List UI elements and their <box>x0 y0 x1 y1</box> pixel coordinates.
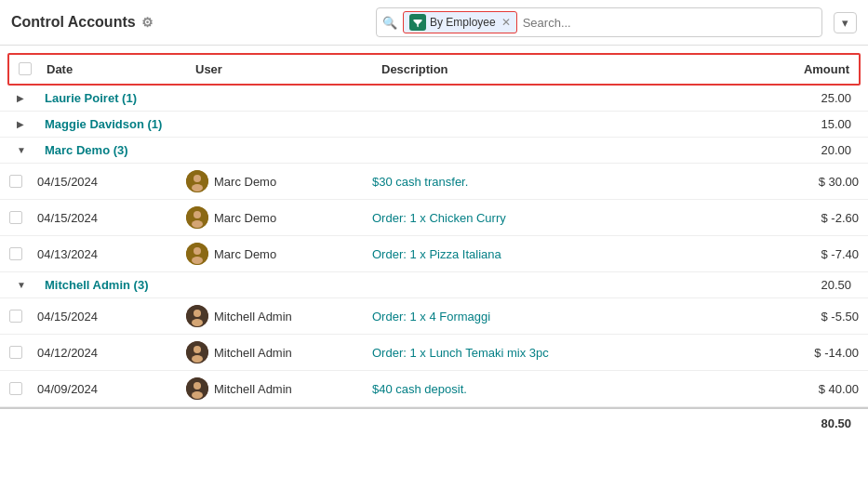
row-checkbox[interactable] <box>9 310 22 323</box>
table-row: 04/09/2024 Mitchell Admin $40 cash depos… <box>0 371 868 407</box>
group-toggle[interactable]: ▶ <box>17 93 45 103</box>
col-header-description: Description <box>372 55 747 84</box>
row-checkbox[interactable] <box>9 382 22 395</box>
svg-point-17 <box>192 391 203 399</box>
row-user: Marc Demo <box>177 200 363 235</box>
app-header: Control Accounts ⚙ 🔍 By Employee ✕ ▾ <box>0 0 868 46</box>
table-row: 04/15/2024 Marc Demo $30 cash transfer. … <box>0 164 868 200</box>
svg-point-13 <box>194 346 201 353</box>
search-dropdown-button[interactable]: ▾ <box>834 12 857 33</box>
row-date: 04/13/2024 <box>28 241 177 268</box>
chevron-icon: ▶ <box>17 93 24 103</box>
avatar <box>186 206 208 229</box>
row-checkbox-cell <box>0 241 28 267</box>
search-icon: 🔍 <box>382 16 397 30</box>
row-amount: $ -2.60 <box>756 205 868 231</box>
chevron-icon: ▼ <box>17 145 26 155</box>
avatar <box>186 377 208 400</box>
user-name: Mitchell Admin <box>214 382 292 396</box>
row-date: 04/15/2024 <box>28 168 177 195</box>
avatar <box>186 341 208 363</box>
row-amount: $ -14.00 <box>756 339 868 366</box>
row-description: Order: 1 x Pizza Italiana <box>363 241 756 268</box>
group-amount: 20.50 <box>740 278 851 292</box>
user-name: Mitchell Admin <box>214 346 292 360</box>
svg-point-5 <box>192 220 203 228</box>
group-row: ▶ Maggie Davidson (1) 15.00 <box>0 112 868 138</box>
search-input[interactable] <box>523 16 816 30</box>
table-row: 04/15/2024 Mitchell Admin Order: 1 x 4 F… <box>0 298 868 335</box>
row-user: Mitchell Admin <box>177 335 363 370</box>
svg-point-8 <box>192 257 203 264</box>
user-name: Marc Demo <box>214 175 276 189</box>
filter-tag-icon <box>409 14 426 31</box>
row-user: Mitchell Admin <box>177 298 363 334</box>
table-row: 04/12/2024 Mitchell Admin Order: 1 x Lun… <box>0 335 868 371</box>
svg-point-4 <box>194 211 201 218</box>
group-amount: 15.00 <box>740 117 851 131</box>
group-amount: 25.00 <box>740 91 851 105</box>
gear-icon[interactable]: ⚙ <box>141 15 154 30</box>
header-checkbox-cell <box>9 55 37 84</box>
row-checkbox[interactable] <box>9 175 22 188</box>
group-label[interactable]: Mitchell Admin (3) <box>45 278 740 292</box>
row-date: 04/15/2024 <box>28 303 177 330</box>
avatar <box>186 243 208 265</box>
row-amount: $ -7.40 <box>756 241 868 268</box>
row-checkbox[interactable] <box>9 211 22 224</box>
total-row: 80.50 <box>0 407 868 438</box>
group-row: ▶ Laurie Poiret (1) 25.00 <box>0 86 868 112</box>
filter-tag-label: By Employee <box>430 16 496 29</box>
avatar <box>186 305 208 327</box>
row-description: Order: 1 x Chicken Curry <box>363 205 756 231</box>
col-header-user: User <box>186 55 372 84</box>
table-header: Date User Description Amount <box>7 53 861 86</box>
row-checkbox[interactable] <box>9 247 22 260</box>
svg-point-11 <box>192 319 203 326</box>
group-label[interactable]: Marc Demo (3) <box>45 143 740 157</box>
group-toggle[interactable]: ▼ <box>17 280 45 290</box>
row-user: Marc Demo <box>177 164 363 199</box>
filter-tag-close-icon[interactable]: ✕ <box>501 16 511 29</box>
row-user: Marc Demo <box>177 236 363 271</box>
row-date: 04/09/2024 <box>28 376 177 403</box>
row-amount: $ -5.50 <box>756 303 868 330</box>
chevron-icon: ▶ <box>17 119 24 129</box>
group-toggle[interactable]: ▼ <box>17 145 45 155</box>
group-label[interactable]: Maggie Davidson (1) <box>45 117 740 131</box>
row-description: $40 cash deposit. <box>363 376 756 403</box>
row-checkbox-cell <box>0 168 28 194</box>
group-toggle[interactable]: ▶ <box>17 119 45 129</box>
page-title: Control Accounts ⚙ <box>11 14 154 31</box>
user-name: Mitchell Admin <box>214 310 292 324</box>
row-amount: $ 40.00 <box>756 376 868 403</box>
total-amount: 80.50 <box>821 416 851 430</box>
title-text: Control Accounts <box>11 14 136 31</box>
svg-point-10 <box>194 310 201 317</box>
avatar <box>186 170 208 192</box>
row-amount: $ 30.00 <box>756 168 868 195</box>
table-row: 04/13/2024 Marc Demo Order: 1 x Pizza It… <box>0 236 868 272</box>
group-row: ▼ Marc Demo (3) 20.00 <box>0 138 868 164</box>
col-header-amount: Amount <box>747 55 859 84</box>
row-checkbox[interactable] <box>9 346 22 359</box>
row-checkbox-cell <box>0 205 28 231</box>
group-label[interactable]: Laurie Poiret (1) <box>45 91 740 105</box>
svg-point-2 <box>192 184 203 192</box>
svg-point-1 <box>194 175 201 182</box>
table-body: ▶ Laurie Poiret (1) 25.00 ▶ Maggie David… <box>0 86 868 438</box>
group-amount: 20.00 <box>740 143 851 157</box>
row-checkbox-cell <box>0 376 28 402</box>
row-date: 04/15/2024 <box>28 205 177 231</box>
row-date: 04/12/2024 <box>28 339 177 366</box>
col-header-date: Date <box>37 55 186 84</box>
user-name: Marc Demo <box>214 247 276 261</box>
svg-point-14 <box>192 355 203 363</box>
filter-tag-by-employee[interactable]: By Employee ✕ <box>403 11 517 33</box>
search-bar: 🔍 By Employee ✕ <box>376 7 822 37</box>
table-row: 04/15/2024 Marc Demo Order: 1 x Chicken … <box>0 200 868 236</box>
svg-point-7 <box>194 247 201 255</box>
chevron-icon: ▼ <box>17 280 26 290</box>
select-all-checkbox[interactable] <box>19 62 32 75</box>
row-description: $30 cash transfer. <box>363 168 756 195</box>
